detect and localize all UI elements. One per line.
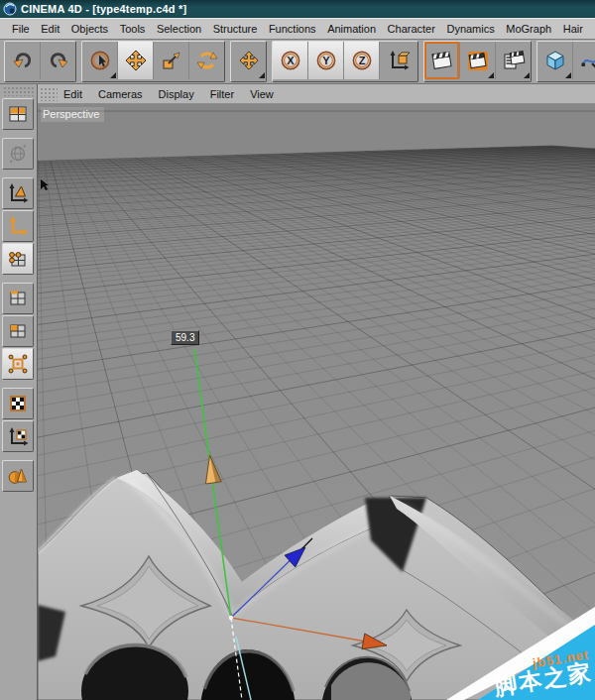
move-tool-button[interactable] xyxy=(118,42,154,79)
model-mode-icon xyxy=(7,182,29,204)
render-view-button[interactable] xyxy=(424,42,460,79)
vp-menu-cameras[interactable]: Cameras xyxy=(98,88,143,100)
svg-text:Y: Y xyxy=(322,55,330,66)
move-icon xyxy=(125,50,147,71)
window-title: CINEMA 4D - [type4temp.c4d *] xyxy=(21,3,186,15)
menu-animation[interactable]: Animation xyxy=(325,21,378,37)
vp-menu-view[interactable]: View xyxy=(250,88,274,100)
coordinate-axes-icon xyxy=(388,50,410,71)
tool-palette xyxy=(0,84,38,700)
render-settings-button[interactable] xyxy=(496,42,531,79)
polygons-mode-icon xyxy=(7,320,29,342)
titlebar: CINEMA 4D - [type4temp.c4d *] xyxy=(0,0,595,18)
palette-grip[interactable] xyxy=(3,86,34,96)
vp-menu-edit[interactable]: Edit xyxy=(63,88,82,100)
menu-structure[interactable]: Structure xyxy=(211,21,260,37)
svg-text:X: X xyxy=(287,55,295,66)
rotate-icon xyxy=(196,50,218,71)
checkerboard-icon xyxy=(7,393,29,414)
rotate-tool-button[interactable] xyxy=(189,42,224,79)
draw-spline-button[interactable] xyxy=(573,42,595,79)
last-used-tool-button[interactable] xyxy=(231,42,266,79)
axis-value-label: 59.3 xyxy=(171,330,199,345)
cube-icon xyxy=(544,50,566,71)
texture-axis-mode-button[interactable] xyxy=(2,420,34,452)
3d-scene[interactable] xyxy=(38,104,595,700)
viewport-camera-label: Perspective xyxy=(41,107,104,122)
coordinate-system-button[interactable] xyxy=(380,42,417,79)
render-settings-icon xyxy=(502,49,526,72)
globe-icon xyxy=(7,143,29,165)
snap-icon xyxy=(7,465,29,487)
texture-axis-icon xyxy=(7,425,29,447)
use-world-coordinates-button[interactable] xyxy=(2,138,34,170)
edges-mode-button[interactable] xyxy=(2,283,34,314)
uv-mode-button[interactable] xyxy=(2,388,34,419)
menu-file[interactable]: File xyxy=(10,21,32,37)
clapperboard-picture-viewer-icon xyxy=(466,49,490,72)
menubar: File Edit Objects Tools Selection Struct… xyxy=(0,18,595,40)
app-icon[interactable] xyxy=(3,2,17,16)
object-axis-icon xyxy=(7,215,29,237)
menu-mograph[interactable]: MoGraph xyxy=(504,21,553,37)
model-mode-button[interactable] xyxy=(2,177,34,209)
menu-dynamics[interactable]: Dynamics xyxy=(444,21,496,37)
render-to-picture-viewer-button[interactable] xyxy=(460,42,496,79)
vp-menu-display[interactable]: Display xyxy=(159,88,194,100)
selection-icon xyxy=(89,50,111,71)
live-selection-button[interactable] xyxy=(82,42,118,79)
make-editable-icon xyxy=(7,103,29,125)
redo-icon xyxy=(48,50,69,71)
object-axis-mode-button[interactable] xyxy=(2,210,34,242)
add-primitive-button[interactable] xyxy=(537,42,573,79)
lock-z-axis-button[interactable]: Z xyxy=(344,42,380,79)
polygons-mode-button[interactable] xyxy=(2,315,34,347)
menu-functions[interactable]: Functions xyxy=(267,21,318,37)
snap-settings-button[interactable] xyxy=(2,460,34,492)
undo-icon xyxy=(12,50,34,71)
viewport-menu-grip[interactable] xyxy=(40,87,58,101)
menu-hair[interactable]: Hair xyxy=(561,21,585,37)
menu-selection[interactable]: Selection xyxy=(155,21,203,37)
vp-menu-filter[interactable]: Filter xyxy=(210,88,234,100)
main-toolbar: X Y Z xyxy=(0,40,595,84)
texture-mode-icon xyxy=(7,353,29,375)
texture-mode-button[interactable] xyxy=(2,348,34,380)
viewport-menubar: Edit Cameras Display Filter View xyxy=(38,84,595,104)
cinema4d-window: CINEMA 4D - [type4temp.c4d *] File Edit … xyxy=(0,0,595,700)
move-icon xyxy=(239,51,259,70)
scale-tool-button[interactable] xyxy=(154,42,189,79)
x-axis-icon: X xyxy=(280,50,301,71)
edges-mode-icon xyxy=(7,288,29,309)
lock-y-axis-button[interactable]: Y xyxy=(308,42,344,79)
points-mode-button[interactable] xyxy=(2,243,34,275)
redo-button[interactable] xyxy=(41,42,75,79)
make-editable-button[interactable] xyxy=(2,98,34,130)
undo-button[interactable] xyxy=(5,42,41,79)
menu-objects[interactable]: Objects xyxy=(69,21,110,37)
menu-edit[interactable]: Edit xyxy=(39,21,61,37)
gizmo-origin[interactable] xyxy=(229,616,233,620)
viewport-perspective[interactable]: Perspective 59.3 jb51.net 脚本之家 xyxy=(38,104,595,700)
z-axis-icon: Z xyxy=(351,50,373,71)
menu-tools[interactable]: Tools xyxy=(118,21,148,37)
menu-character[interactable]: Character xyxy=(386,21,437,37)
svg-text:Z: Z xyxy=(358,55,365,66)
points-mode-icon xyxy=(7,248,29,270)
scale-icon xyxy=(161,50,182,71)
lock-x-axis-button[interactable]: X xyxy=(273,42,308,79)
spline-pen-icon xyxy=(580,50,595,71)
clapperboard-icon xyxy=(430,49,454,72)
y-axis-icon: Y xyxy=(315,50,337,71)
